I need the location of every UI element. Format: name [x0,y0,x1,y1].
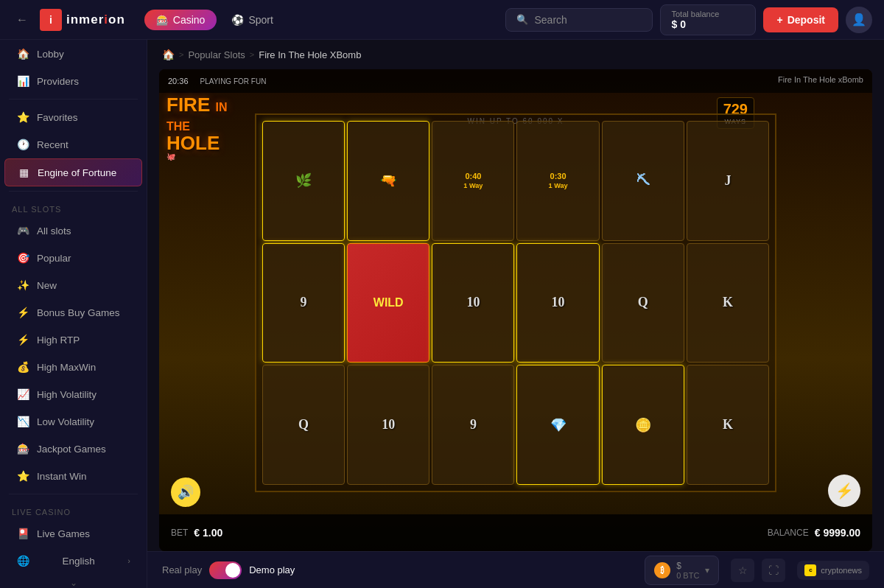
current-game-breadcrumb: Fire In The Hole XBomb [259,49,361,60]
tab-sport[interactable]: ⚽ Sport [220,10,284,30]
game-title-overlay: FIRE INTHEHOLE 🐙 [166,95,227,161]
deposit-button[interactable]: + Deposit [763,7,838,32]
balance-area: Total balance $ 0 [660,4,756,35]
sidebar-item-all-slots[interactable]: 🎮 All slots [4,217,142,244]
game-cell-wild: WILD [347,243,429,363]
game-cell: J [687,121,769,241]
game-cell: 0:301 Way [516,121,599,241]
logo: i inmerion [40,9,125,31]
game-cell: K [687,243,769,363]
cell-symbol: 10 [466,295,480,310]
sidebar-item-bonus-buy[interactable]: ⚡ Bonus Buy Games [4,299,142,326]
user-avatar[interactable]: 👤 [846,7,872,33]
game-time-play: 20:36 PLAYING FOR FUN [168,77,266,85]
cell-symbol: 10 [552,295,565,310]
cell-symbol: 💎 [550,417,566,433]
game-name-display: Fire In The Hole xBomb [778,75,863,84]
popular-slots-link[interactable]: Popular Slots [188,49,245,60]
instant-win-label: Instant Win [37,471,87,482]
sidebar-item-jackpot[interactable]: 🎰 Jackpot Games [4,435,142,462]
game-container: 20:36 PLAYING FOR FUN Fire In The Hole x… [159,69,872,551]
providers-label: Providers [37,76,79,87]
game-cell: 🪙 [602,365,684,485]
all-slots-label: All slots [37,225,71,237]
language-label: English [63,556,95,567]
currency-amounts: $ 0 BTC [676,561,699,580]
popular-icon: 🎯 [16,252,29,264]
game-cell: 10 [347,365,429,485]
lightning-button[interactable]: ⚡ [828,475,860,507]
game-bottom-bar: BET € 1.00 BALANCE € 9999.00 [159,514,872,551]
recent-icon: 🕐 [16,139,29,150]
game-balance-label: BALANCE [768,528,809,538]
sidebar-item-engine[interactable]: ▦ Engine of Fortune [4,158,142,186]
home-icon: 🏠 [16,48,29,60]
main-layout: 🏠 Lobby 📊 Providers ⭐ Favorites 🕐 Recent… [0,40,884,588]
demo-play-label: Demo play [249,564,295,575]
engine-label: Engine of Fortune [38,167,116,178]
star-icon: ⭐ [16,111,29,123]
divider-3 [9,494,138,494]
sport-tab-label: Sport [248,14,273,26]
engine-icon: ▦ [17,167,30,178]
chevron-right-icon: › [127,556,130,565]
game-cell: 9 [432,365,514,485]
sidebar-item-recent[interactable]: 🕐 Recent [4,131,142,158]
sidebar-item-live-games[interactable]: 🎴 Live Games [4,520,142,547]
sound-button[interactable]: 🔊 [171,477,200,507]
sidebar-item-favorites[interactable]: ⭐ Favorites [4,104,142,130]
popular-label: Popular [37,253,71,264]
tab-casino[interactable]: 🎰 Casino [144,10,217,30]
sidebar-item-low-volatility[interactable]: 📉 Low Volatility [4,408,142,435]
sidebar-item-providers[interactable]: 📊 Providers [4,68,142,94]
live-games-icon: 🎴 [16,528,29,539]
sidebar: 🏠 Lobby 📊 Providers ⭐ Favorites 🕐 Recent… [0,40,147,588]
providers-icon: 📊 [16,75,29,87]
sidebar-item-lobby[interactable]: 🏠 Lobby [4,41,142,67]
game-cell: ⛏ [602,121,684,241]
top-navigation: ← i inmerion 🎰 Casino ⚽ Sport 🔍 Search T… [0,0,884,40]
sidebar-item-high-volatility[interactable]: 📈 High Volatility [4,381,142,407]
back-button[interactable]: ← [12,10,32,30]
home-breadcrumb[interactable]: 🏠 [162,49,175,60]
cell-symbol: 🌿 [295,172,312,189]
favorites-label: Favorites [37,112,78,123]
casino-icon: 🎰 [156,14,169,26]
sidebar-item-popular[interactable]: 🎯 Popular [4,245,142,271]
game-area: 20:36 PLAYING FOR FUN Fire In The Hole x… [159,69,872,551]
search-placeholder: Search [534,14,566,26]
favorite-button[interactable]: ☆ [731,559,754,582]
real-play-label: Real play [162,564,202,575]
scroll-down-icon: ⌄ [70,578,77,588]
game-bottom-controls: Real play Demo play ₿ $ 0 BTC ▾ ☆ [147,551,884,588]
cell-symbol: 0:401 Way [463,172,483,189]
cryptonews-label: cryptonews [821,566,862,575]
divider-2 [9,191,138,192]
scroll-indicator: ⌄ [0,575,147,588]
sidebar-item-english[interactable]: 🌐 English › [4,547,142,574]
currency-selector[interactable]: ₿ $ 0 BTC ▾ [645,556,719,585]
breadcrumb-sep-1: > [179,50,183,59]
cryptonews-icon: c [804,564,816,576]
nav-tabs: 🎰 Casino ⚽ Sport [144,10,285,30]
search-bar[interactable]: 🔍 Search [505,8,653,32]
game-grid: 🌿 🔫 0:401 Way 0:301 Way ⛏ J 9 WILD 10 10… [255,113,776,492]
cell-symbol: ⛏ [636,173,650,189]
sidebar-item-instant-win[interactable]: ⭐ Instant Win [4,463,142,489]
bonus-buy-label: Bonus Buy Games [37,307,120,318]
game-cell: 0:401 Way [432,121,514,241]
sport-icon: ⚽ [231,14,244,26]
sidebar-item-new[interactable]: ✨ New [4,272,142,298]
expand-button[interactable]: ⛶ [762,559,785,582]
bonus-icon: ⚡ [16,307,29,318]
sidebar-item-high-rtp[interactable]: ⚡ High RTP [4,326,142,353]
cell-symbol: Q [638,295,648,310]
play-mode-toggle[interactable] [209,561,242,579]
cell-symbol: 9 [470,417,477,433]
high-vol-icon: 📈 [16,388,29,400]
sidebar-item-high-maxwin[interactable]: 💰 High MaxWin [4,354,142,380]
recent-label: Recent [37,139,69,150]
bet-value: € 1.00 [194,527,222,539]
btc-icon: ₿ [654,562,670,578]
cell-symbol: K [723,295,733,310]
